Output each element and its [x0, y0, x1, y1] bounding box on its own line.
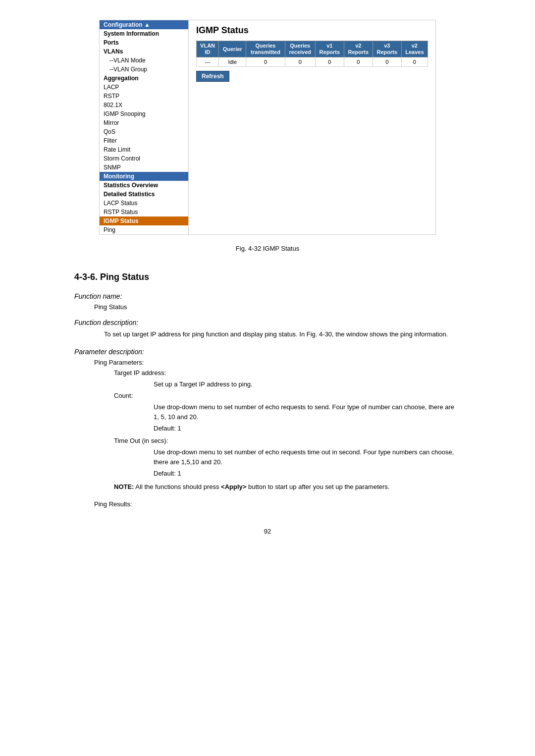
- figure-caption: Fig. 4-32 IGMP Status: [30, 245, 505, 252]
- sidebar-item-stats-overview[interactable]: Statistics Overview: [100, 181, 188, 190]
- refresh-button[interactable]: Refresh: [196, 71, 229, 82]
- sidebar-item-igmp-snooping[interactable]: IGMP Snooping: [100, 109, 188, 118]
- sidebar-item-system-info[interactable]: System Information: [100, 29, 188, 38]
- note-label: NOTE:: [114, 483, 134, 490]
- sidebar-item-8021x[interactable]: 802.1X: [100, 101, 188, 109]
- sidebar-item-rate-limit[interactable]: Rate Limit: [100, 145, 188, 154]
- param-count-label: Count:: [114, 392, 461, 399]
- sidebar-item-snmp[interactable]: SNMP: [100, 163, 188, 172]
- cell-v1-reports: 0: [315, 57, 344, 67]
- cell-v3-reports: 0: [373, 57, 401, 67]
- igmp-status-title: IGMP Status: [196, 25, 428, 36]
- screenshot-container: Configuration ▲ System Information Ports…: [99, 20, 436, 235]
- sidebar-item-vlans[interactable]: VLANs: [100, 47, 188, 56]
- document-section: 4-3-6. Ping Status Function name: Ping S…: [64, 272, 471, 508]
- param-ping-parameters: Ping Parameters:: [94, 359, 461, 366]
- col-queries-received: Queriesreceived: [285, 41, 315, 57]
- col-vlan-id: VLANID: [197, 41, 219, 57]
- note-box: NOTE: All the functions should press <Ap…: [114, 482, 461, 492]
- note-text: All the functions should press <Apply> b…: [135, 483, 389, 490]
- cell-querier: Idle: [219, 57, 246, 67]
- sidebar-item-vlan-group[interactable]: --VLAN Group: [100, 65, 188, 74]
- sidebar-monitoring-header: Monitoring: [100, 172, 188, 181]
- cell-vlan-id: ---: [197, 57, 219, 67]
- main-panel: IGMP Status VLANID Querier Queriestransm…: [189, 20, 435, 234]
- parameter-description-label: Parameter description:: [74, 348, 461, 356]
- section-heading: 4-3-6. Ping Status: [74, 272, 461, 282]
- sidebar: Configuration ▲ System Information Ports…: [100, 20, 189, 234]
- param-target-ip-detail: Set up a Target IP address to ping.: [154, 379, 461, 389]
- param-timeout-default: Default: 1: [154, 470, 461, 477]
- function-name-value: Ping Status: [94, 303, 461, 311]
- sidebar-item-storm-control[interactable]: Storm Control: [100, 154, 188, 163]
- table-row: --- Idle 0 0 0 0 0 0: [197, 57, 428, 67]
- sidebar-item-ping[interactable]: Ping: [100, 225, 188, 234]
- param-timeout-detail: Use drop-down menu to set number of echo…: [154, 447, 461, 467]
- ping-results-label: Ping Results:: [94, 500, 461, 508]
- sidebar-item-lacp[interactable]: LACP: [100, 83, 188, 92]
- sidebar-item-ports[interactable]: Ports: [100, 38, 188, 47]
- page-number: 92: [30, 528, 505, 535]
- function-description-label: Function description:: [74, 319, 461, 326]
- param-target-ip-label: Target IP address:: [114, 369, 461, 377]
- sidebar-item-lacp-status[interactable]: LACP Status: [100, 199, 188, 208]
- sidebar-item-detailed-stats[interactable]: Detailed Statistics: [100, 190, 188, 199]
- cell-q-transmitted: 0: [246, 57, 285, 67]
- igmp-table: VLANID Querier Queriestransmitted Querie…: [196, 41, 428, 67]
- sidebar-item-vlan-mode[interactable]: --VLAN Mode: [100, 56, 188, 65]
- sidebar-item-rstp[interactable]: RSTP: [100, 92, 188, 101]
- sidebar-scrollable: System Information Ports VLANs --VLAN Mo…: [100, 29, 188, 172]
- function-name-label: Function name:: [74, 292, 461, 300]
- col-querier: Querier: [219, 41, 246, 57]
- param-count-detail: Use drop-down menu to set number of echo…: [154, 402, 461, 422]
- cell-v2-leaves: 0: [401, 57, 428, 67]
- param-timeout-label: Time Out (in secs):: [114, 437, 461, 444]
- function-description-text: To set up target IP address for ping fun…: [104, 329, 461, 340]
- param-count-default: Default: 1: [154, 425, 461, 432]
- cell-v2-reports: 0: [344, 57, 373, 67]
- sidebar-item-filter[interactable]: Filter: [100, 136, 188, 145]
- sidebar-config-header: Configuration ▲: [100, 20, 188, 29]
- cell-q-received: 0: [285, 57, 315, 67]
- sidebar-item-aggregation[interactable]: Aggregation: [100, 74, 188, 83]
- apply-button-text: <Apply>: [221, 483, 246, 490]
- col-queries-transmitted: Queriestransmitted: [246, 41, 285, 57]
- col-v2-reports: v2Reports: [344, 41, 373, 57]
- col-v1-reports: v1Reports: [315, 41, 344, 57]
- sidebar-item-rstp-status[interactable]: RSTP Status: [100, 208, 188, 216]
- col-v3-reports: v3Reports: [373, 41, 401, 57]
- sidebar-item-qos[interactable]: QoS: [100, 127, 188, 136]
- sidebar-item-mirror[interactable]: Mirror: [100, 118, 188, 127]
- col-v2-leaves: v2Leaves: [401, 41, 428, 57]
- sidebar-item-igmp-status[interactable]: IGMP Status: [100, 216, 188, 225]
